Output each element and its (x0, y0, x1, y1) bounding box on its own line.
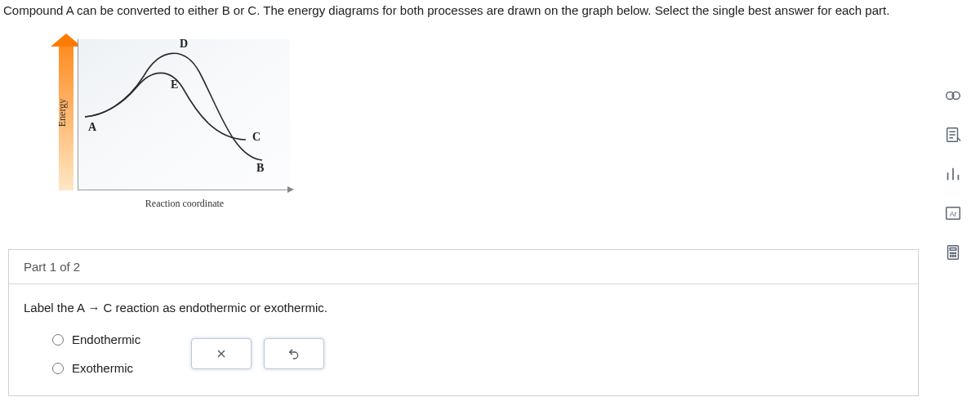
arrow-right-icon: → (87, 301, 100, 315)
svg-point-10 (951, 256, 951, 257)
svg-point-9 (955, 252, 956, 253)
svg-rect-6 (950, 248, 956, 251)
svg-point-7 (951, 252, 951, 253)
tool-sidebar: Ar (933, 85, 973, 263)
radio-exothermic[interactable] (52, 363, 64, 374)
diagram-label-c: C (252, 131, 261, 144)
diagram-label-a: A (88, 121, 96, 134)
question-prefix: Label the A (24, 301, 84, 315)
label-exothermic[interactable]: Exothermic (72, 361, 133, 375)
stats-icon[interactable] (942, 163, 964, 185)
part-body: Label the A → C reaction as endothermic … (8, 284, 919, 396)
lookup-icon[interactable] (942, 85, 964, 106)
reset-button[interactable] (264, 338, 324, 369)
x-axis-label: Reaction coordinate (145, 198, 224, 210)
x-axis-arrowhead-icon (287, 186, 294, 193)
x-icon (215, 347, 228, 360)
question-prompt: Compound A can be converted to either B … (0, 0, 923, 27)
periodic-table-icon[interactable]: Ar (942, 203, 964, 224)
svg-point-8 (952, 252, 953, 253)
svg-point-12 (955, 256, 956, 257)
diagram-label-e: E (171, 78, 178, 91)
plot-area: A D E C B Reaction coordinate (78, 39, 290, 190)
y-axis-label: Energy (56, 99, 69, 127)
undo-icon (287, 347, 301, 360)
svg-point-11 (952, 256, 953, 257)
energy-diagram: Energy A D E C B Reaction coordinate (33, 35, 310, 223)
question-suffix: C reaction as endothermic or exothermic. (104, 301, 327, 315)
radio-endothermic[interactable] (52, 334, 64, 346)
svg-text:Ar: Ar (950, 211, 957, 218)
calculator-icon[interactable] (942, 242, 964, 263)
notes-icon[interactable] (942, 124, 964, 145)
label-endothermic[interactable]: Endothermic (72, 332, 140, 346)
part-header: Part 1 of 2 (8, 249, 919, 284)
diagram-label-b: B (256, 162, 264, 175)
question-text: Label the A → C reaction as endothermic … (24, 301, 903, 315)
diagram-label-d: D (180, 38, 188, 51)
clear-button[interactable] (191, 338, 252, 369)
